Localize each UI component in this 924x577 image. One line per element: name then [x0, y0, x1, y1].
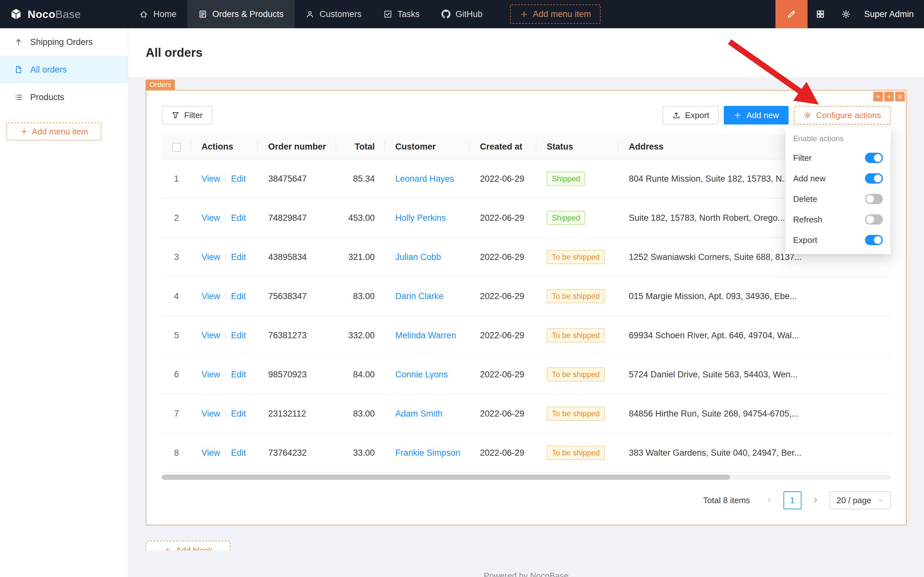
column-header-actions: Actions [191, 135, 258, 159]
settings-button[interactable] [833, 0, 859, 28]
edit-link[interactable]: Edit [231, 174, 246, 184]
edit-link[interactable]: Edit [231, 370, 246, 379]
total-cell: 321.00 [336, 237, 385, 277]
status-badge: Shipped [547, 211, 585, 225]
add-menu-item-button[interactable]: Add menu item [510, 5, 601, 24]
filter-button-label: Filter [184, 110, 203, 120]
status-badge: To be shipped [547, 367, 605, 382]
nav-item-home[interactable]: Home [128, 0, 187, 28]
row-index: 1 [162, 159, 191, 198]
customer-link[interactable]: Leonard Hayes [395, 174, 454, 184]
page-size-select[interactable]: 20 / page [830, 491, 891, 509]
brand-base: Base [55, 8, 81, 20]
ui-editor-button[interactable] [776, 0, 808, 28]
nav-item-customers[interactable]: Customers [295, 0, 372, 28]
customer-link[interactable]: Adam Smith [395, 409, 443, 419]
edit-link[interactable]: Edit [231, 330, 246, 340]
filter-button[interactable]: Filter [162, 106, 212, 124]
toggle-filter[interactable] [865, 153, 883, 163]
toggle-export[interactable] [865, 235, 883, 245]
view-link[interactable]: View [201, 409, 220, 419]
nav-item-label: Home [153, 9, 177, 19]
navbar-right: Super Admin [776, 0, 924, 28]
dropdown-item-delete[interactable]: Delete [786, 189, 891, 209]
insert-block-icon[interactable] [884, 92, 894, 102]
address-cell: 84856 Hirthe Run, Suite 268, 94754-6705,… [618, 394, 891, 433]
drag-handle-icon[interactable] [895, 92, 905, 102]
customer-link[interactable]: Darin Clarke [395, 292, 443, 301]
edit-link[interactable]: Edit [231, 409, 246, 419]
select-all-checkbox[interactable] [172, 143, 181, 152]
dropdown-item-refresh[interactable]: Refresh [786, 209, 891, 230]
customer-link[interactable]: Julian Cobb [395, 252, 441, 262]
dropdown-item-add-new[interactable]: Add new [786, 168, 891, 189]
orders-card: Filter Export Add new [146, 90, 906, 525]
view-link[interactable]: View [201, 213, 220, 223]
dropdown-item-export[interactable]: Export [786, 230, 891, 250]
dropdown-item-filter[interactable]: Filter [786, 148, 891, 168]
initializer-icon[interactable] [873, 92, 883, 102]
action-divider [225, 175, 226, 183]
configure-actions-dropdown: Enable actions FilterAdd newDeleteRefres… [786, 127, 891, 254]
created-at-cell: 2022-06-29 [470, 355, 536, 394]
toggle-add-new[interactable] [865, 173, 883, 184]
row-index: 5 [162, 316, 191, 355]
toggle-knob [866, 216, 874, 223]
nav-item-tasks[interactable]: Tasks [372, 0, 431, 28]
view-link[interactable]: View [201, 330, 220, 340]
block-designer-tag: Orders [146, 80, 175, 90]
view-link[interactable]: View [201, 448, 220, 458]
user-menu[interactable]: Super Admin [859, 9, 924, 19]
nav-item-github[interactable]: GitHub [431, 0, 493, 28]
edit-link[interactable]: Edit [231, 448, 246, 458]
edit-link[interactable]: Edit [231, 213, 246, 223]
order-number-cell: 23132112 [258, 394, 336, 433]
sidebar-item-products[interactable]: Products [0, 84, 128, 111]
view-link[interactable]: View [201, 292, 220, 301]
pagination-next-button[interactable] [806, 491, 824, 509]
sidebar-item-shipping-orders[interactable]: Shipping Orders [0, 28, 128, 56]
add-new-button[interactable]: Add new [724, 106, 788, 124]
toggle-refresh[interactable] [865, 214, 883, 225]
nav-item-orders-products[interactable]: Orders & Products [187, 0, 295, 28]
pagination-page-button[interactable]: 1 [784, 491, 802, 509]
customer-link[interactable]: Holly Perkins [395, 213, 446, 223]
chevron-left-icon [766, 497, 773, 504]
plugins-button[interactable] [808, 0, 833, 28]
nav-item-label: Customers [320, 9, 362, 19]
arrow-up-icon [14, 37, 23, 47]
add-block-clip: Add block [146, 541, 230, 550]
action-divider [225, 410, 226, 418]
view-link[interactable]: View [201, 174, 220, 184]
customer-link[interactable]: Frankie Simpson [395, 448, 460, 458]
table-row: 1ViewEdit3847564785.34Leonard Hayes2022-… [162, 159, 891, 198]
chevron-right-icon [812, 497, 819, 504]
sidebar-add-menu-item-button[interactable]: Add menu item [6, 122, 101, 140]
edit-link[interactable]: Edit [231, 252, 246, 262]
configure-actions-button[interactable]: Configure actions [794, 106, 891, 124]
sidebar-item-all-orders[interactable]: All orders [0, 56, 128, 84]
export-button[interactable]: Export [663, 106, 719, 124]
brand-noco: Noco [27, 8, 55, 20]
pagination-prev-button[interactable] [760, 491, 778, 509]
toggle-delete[interactable] [865, 194, 883, 204]
add-block-button[interactable]: Add block [146, 541, 230, 550]
customer-link[interactable]: Melinda Warren [395, 330, 456, 340]
dropdown-item-label: Export [793, 235, 817, 245]
nocobase-logo-icon [10, 8, 22, 20]
brand[interactable]: NocoBase [0, 0, 128, 28]
row-index: 4 [162, 277, 191, 316]
view-link[interactable]: View [201, 252, 220, 262]
order-number-cell: 75638347 [258, 277, 336, 316]
status-badge: To be shipped [547, 446, 605, 460]
created-at-cell: 2022-06-29 [470, 394, 536, 433]
view-link[interactable]: View [201, 370, 220, 379]
table-row: 7ViewEdit2313211283.00Adam Smith2022-06-… [162, 394, 891, 433]
edit-link[interactable]: Edit [231, 292, 246, 301]
table-row: 3ViewEdit43895834321.00Julian Cobb2022-0… [162, 237, 891, 277]
app-root: NocoBase HomeOrders & ProductsCustomersT… [0, 0, 924, 577]
created-at-cell: 2022-06-29 [470, 237, 536, 277]
plus-icon [520, 10, 528, 19]
customer-link[interactable]: Connie Lyons [395, 370, 448, 379]
scrollbar-thumb[interactable] [162, 475, 730, 480]
